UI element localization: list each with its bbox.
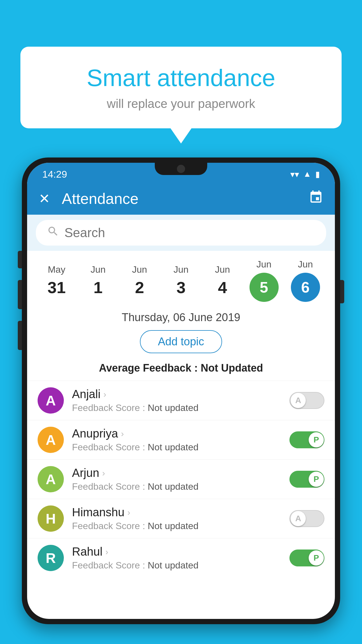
student-info: Anjali ›Feedback Score : Not updated	[72, 388, 281, 413]
attendance-toggle[interactable]: A	[289, 392, 324, 409]
date-month: Jun	[160, 264, 202, 275]
student-feedback: Feedback Score : Not updated	[72, 560, 281, 571]
signal-icon: ▲	[303, 169, 311, 179]
student-list: AAnjali ›Feedback Score : Not updatedAAA…	[27, 381, 335, 578]
student-item[interactable]: AArjun ›Feedback Score : Not updatedP	[27, 459, 335, 499]
app-bar-title: Attendance	[62, 190, 297, 207]
toggle-knob: A	[291, 511, 306, 526]
side-button-left-2	[18, 280, 22, 309]
date-col[interactable]: Jun2	[119, 264, 160, 297]
speech-bubble-container: Smart attendance will replace your paper…	[20, 47, 342, 128]
phone-frame: 14:29 ▾▾ ▲ ▮ ✕ Attendance	[22, 158, 340, 644]
attendance-toggle[interactable]: P	[289, 550, 324, 566]
date-col[interactable]: Jun5	[243, 259, 284, 302]
student-item[interactable]: AAnjali ›Feedback Score : Not updatedA	[27, 381, 335, 420]
date-month: May	[36, 264, 77, 275]
bubble-subtitle: will replace your paperwork	[44, 97, 318, 111]
student-info: Himanshu ›Feedback Score : Not updated	[72, 506, 281, 531]
student-name: Arjun ›	[72, 466, 281, 480]
date-day[interactable]: 4	[202, 278, 243, 297]
chevron-icon: ›	[121, 429, 124, 439]
student-avatar: A	[38, 387, 64, 414]
date-month: Jun	[243, 259, 284, 270]
date-heading: Thursday, 06 June 2019	[27, 305, 335, 328]
date-month: Jun	[119, 264, 160, 275]
attendance-toggle[interactable]: P	[289, 431, 324, 448]
student-name: Anupriya ›	[72, 427, 281, 440]
student-feedback: Feedback Score : Not updated	[72, 481, 281, 492]
date-strip: May31Jun1Jun2Jun3Jun4Jun5Jun6	[27, 251, 335, 305]
date-day-selected-green[interactable]: 5	[249, 273, 279, 302]
date-day-selected-blue[interactable]: 6	[291, 273, 320, 302]
search-bar	[36, 220, 326, 246]
speech-bubble: Smart attendance will replace your paper…	[20, 47, 342, 128]
avg-feedback-value: Not Updated	[201, 362, 263, 374]
chevron-icon: ›	[127, 508, 130, 517]
date-day[interactable]: 2	[119, 278, 160, 297]
avg-feedback: Average Feedback : Not Updated	[27, 362, 335, 381]
phone-camera	[177, 165, 185, 173]
student-avatar: R	[38, 545, 64, 571]
date-day[interactable]: 1	[77, 278, 119, 297]
search-bar-container	[27, 215, 335, 251]
phone-screen: 14:29 ▾▾ ▲ ▮ ✕ Attendance	[27, 163, 335, 619]
student-feedback: Feedback Score : Not updated	[72, 442, 281, 453]
date-col[interactable]: Jun1	[77, 264, 119, 297]
chevron-icon: ›	[106, 547, 108, 557]
student-name: Rahul ›	[72, 545, 281, 558]
student-item[interactable]: HHimanshu ›Feedback Score : Not updatedA	[27, 499, 335, 538]
toggle-knob: P	[309, 432, 324, 447]
student-name: Himanshu ›	[72, 506, 281, 519]
chevron-icon: ›	[103, 389, 106, 399]
battery-icon: ▮	[315, 169, 320, 179]
toggle-knob: P	[309, 550, 324, 566]
toggle-knob: P	[309, 472, 324, 487]
search-input[interactable]	[64, 225, 315, 240]
phone-outer: 14:29 ▾▾ ▲ ▮ ✕ Attendance	[22, 158, 340, 624]
phone-notch	[155, 163, 207, 175]
toggle-knob: A	[291, 393, 306, 408]
student-name: Anjali ›	[72, 388, 281, 401]
date-col[interactable]: Jun4	[202, 264, 243, 297]
student-item[interactable]: RRahul ›Feedback Score : Not updatedP	[27, 538, 335, 578]
date-col[interactable]: May31	[36, 264, 77, 297]
app-bar: ✕ Attendance	[27, 183, 335, 215]
add-topic-button[interactable]: Add topic	[140, 330, 222, 353]
student-item[interactable]: AAnupriya ›Feedback Score : Not updatedP	[27, 420, 335, 459]
date-month: Jun	[285, 259, 326, 270]
date-col[interactable]: Jun6	[285, 259, 326, 302]
date-day[interactable]: 3	[160, 278, 202, 297]
student-info: Arjun ›Feedback Score : Not updated	[72, 466, 281, 492]
side-button-right	[340, 280, 344, 303]
student-feedback: Feedback Score : Not updated	[72, 521, 281, 531]
student-avatar: A	[38, 466, 64, 492]
side-button-left-1	[18, 251, 22, 268]
student-feedback: Feedback Score : Not updated	[72, 402, 281, 413]
side-button-left-3	[18, 321, 22, 350]
status-time: 14:29	[42, 169, 67, 180]
student-avatar: H	[38, 505, 64, 532]
date-month: Jun	[77, 264, 119, 275]
attendance-toggle[interactable]: A	[289, 510, 324, 527]
close-button[interactable]: ✕	[39, 191, 50, 206]
chevron-icon: ›	[102, 468, 105, 478]
wifi-icon: ▾▾	[290, 169, 299, 179]
student-avatar: A	[38, 427, 64, 453]
bubble-title: Smart attendance	[44, 64, 318, 92]
date-col[interactable]: Jun3	[160, 264, 202, 297]
avg-feedback-label: Average Feedback :	[99, 362, 198, 374]
attendance-toggle[interactable]: P	[289, 471, 324, 488]
status-icons: ▾▾ ▲ ▮	[290, 169, 320, 179]
student-info: Rahul ›Feedback Score : Not updated	[72, 545, 281, 571]
student-info: Anupriya ›Feedback Score : Not updated	[72, 427, 281, 453]
calendar-icon[interactable]	[309, 190, 323, 208]
date-day[interactable]: 31	[36, 278, 77, 297]
search-icon	[47, 225, 59, 240]
date-month: Jun	[202, 264, 243, 275]
